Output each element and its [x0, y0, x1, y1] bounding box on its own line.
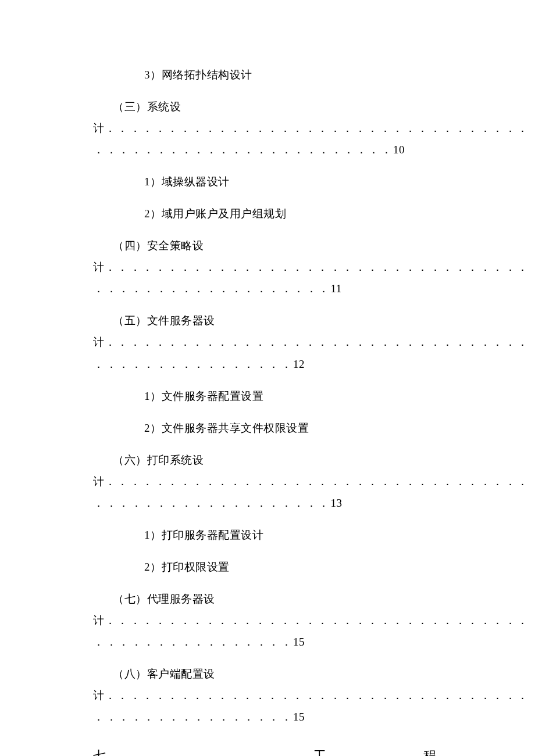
toc-label-cont: 计	[93, 336, 105, 348]
toc-section-6-dots: ．．．．．．．．．．．．．．．．．．．13	[93, 492, 442, 514]
toc-label: （四）安全策略设	[113, 239, 204, 252]
toc-section-4: （四）安全策略设	[93, 235, 442, 256]
toc-dots: ．．．．．．．．．．．．．．．．．．．．．．．．	[93, 144, 393, 156]
toc-page-number: 15	[293, 636, 305, 648]
toc-section-6: （六）打印系统设	[93, 449, 442, 471]
toc-label: （八）客户端配置设	[113, 668, 215, 680]
chapter-heading-7: 七、 工 程 实	[93, 744, 442, 756]
toc-label: （六）打印系统设	[113, 454, 204, 466]
toc-label-cont: 计	[93, 689, 105, 701]
toc-label-cont: 计	[93, 614, 105, 626]
toc-label: （七）代理服务器设	[113, 593, 215, 605]
toc-dots: ．．．．．．．．．．．．．．．．．．．．．．．．．．．．．．．．．．	[105, 261, 530, 273]
toc-subitem: 2）打印权限设置	[93, 556, 442, 578]
toc-section-7-cont: 计．．．．．．．．．．．．．．．．．．．．．．．．．．．．．．．．．．	[93, 610, 442, 631]
toc-dots: ．．．．．．．．．．．．．．．．．．．	[93, 497, 331, 509]
toc-dots: ．．．．．．．．．．．．．．．．．．．	[93, 282, 331, 295]
toc-section-5-dots: ．．．．．．．．．．．．．．．．12	[93, 353, 442, 375]
toc-page-number: 13	[331, 497, 343, 509]
toc-section-4-dots: ．．．．．．．．．．．．．．．．．．．11	[93, 278, 442, 299]
toc-dots: ．．．．．．．．．．．．．．．．	[93, 636, 293, 648]
toc-section-3-dots: ．．．．．．．．．．．．．．．．．．．．．．．．10	[93, 139, 442, 160]
toc-label: （三）系统设	[113, 101, 181, 113]
toc-page-number: 10	[393, 144, 405, 156]
toc-label-cont: 计	[93, 122, 105, 134]
heading-char: 工	[313, 744, 326, 756]
toc-page-number: 11	[331, 282, 342, 295]
toc-label-cont: 计	[93, 261, 105, 273]
toc-section-6-cont: 计．．．．．．．．．．．．．．．．．．．．．．．．．．．．．．．．．．	[93, 471, 442, 492]
document-page: 3）网络拓扑结构设计 （三）系统设 计．．．．．．．．．．．．．．．．．．．．．…	[0, 0, 535, 756]
toc-section-3: （三）系统设	[93, 96, 442, 117]
toc-dots: ．．．．．．．．．．．．．．．．．．．．．．．．．．．．．．．．．．	[105, 122, 530, 134]
toc-subitem: 2）文件服务器共享文件权限设置	[93, 417, 442, 439]
toc-section-8-dots: ．．．．．．．．．．．．．．．．15	[93, 706, 442, 728]
toc-section-7-dots: ．．．．．．．．．．．．．．．．15	[93, 631, 442, 653]
toc-section-5: （五）文件服务器设	[93, 310, 442, 331]
toc-dots: ．．．．．．．．．．．．．．．．	[93, 358, 293, 370]
toc-section-8: （八）客户端配置设	[93, 663, 442, 685]
toc-page-number: 15	[293, 711, 305, 723]
toc-subitem: 2）域用户账户及用户组规划	[93, 203, 442, 224]
heading-char: 程	[423, 744, 442, 756]
toc-dots: ．．．．．．．．．．．．．．．．．．．．．．．．．．．．．．．．．．	[105, 475, 530, 488]
toc-section-3-cont: 计．．．．．．．．．．．．．．．．．．．．．．．．．．．．．．．．．．	[93, 117, 442, 139]
toc-dots: ．．．．．．．．．．．．．．．．．．．．．．．．．．．．．．．．．．	[105, 614, 530, 626]
toc-dots: ．．．．．．．．．．．．．．．．	[93, 711, 293, 723]
toc-section-7: （七）代理服务器设	[93, 588, 442, 610]
toc-subitem: 3）网络拓扑结构设计	[93, 64, 442, 85]
toc-section-8-cont: 计．．．．．．．．．．．．．．．．．．．．．．．．．．．．．．．．．．	[93, 685, 442, 706]
toc-section-4-cont: 计．．．．．．．．．．．．．．．．．．．．．．．．．．．．．．．．．．	[93, 256, 442, 278]
toc-subitem: 1）打印服务器配置设计	[93, 524, 442, 546]
toc-subitem: 1）域操纵器设计	[93, 171, 442, 192]
toc-page-number: 12	[293, 358, 305, 370]
toc-dots: ．．．．．．．．．．．．．．．．．．．．．．．．．．．．．．．．．．	[105, 689, 530, 701]
toc-subitem: 1）文件服务器配置设置	[93, 385, 442, 407]
toc-label: （五）文件服务器设	[113, 314, 215, 327]
toc-label-cont: 计	[93, 475, 105, 488]
toc-section-5-cont: 计．．．．．．．．．．．．．．．．．．．．．．．．．．．．．．．．．．	[93, 331, 442, 353]
toc-dots: ．．．．．．．．．．．．．．．．．．．．．．．．．．．．．．．．．．	[105, 336, 530, 348]
heading-number: 七、	[93, 744, 119, 756]
